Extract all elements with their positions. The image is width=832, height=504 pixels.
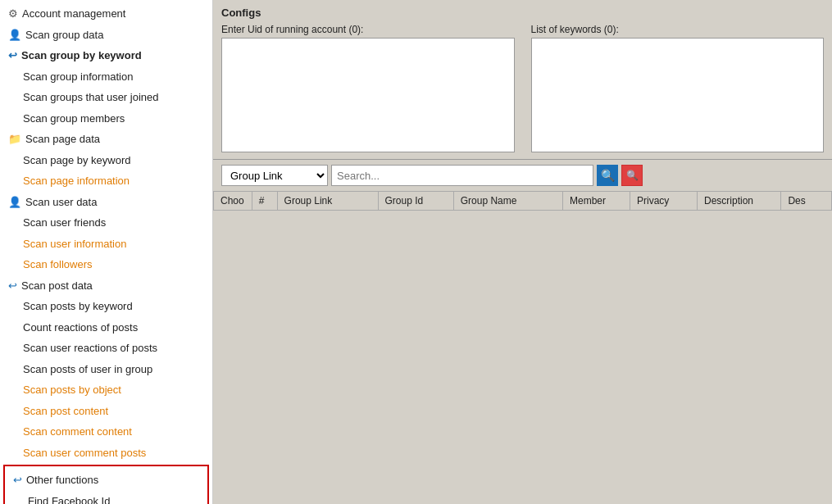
sidebar-item-scan-user-friends[interactable]: Scan user friends <box>0 212 212 234</box>
sidebar-item-scan-posts-by-object[interactable]: Scan posts by object <box>0 379 212 401</box>
sidebar-item-scan-user-reactions-of-posts[interactable]: Scan user reactions of posts <box>0 338 212 359</box>
table-header-row: Choo # Group Link Group Id Group Name Me… <box>214 192 832 211</box>
sidebar-item-scan-group-information[interactable]: Scan group information <box>0 66 212 88</box>
data-table: Choo # Group Link Group Id Group Name Me… <box>213 191 832 211</box>
col-header-des: Des <box>781 192 832 211</box>
keywords-field: List of keywords (0): <box>531 24 825 152</box>
sidebar-item-account-management[interactable]: ⚙ Account management <box>0 3 212 25</box>
sidebar-item-scan-post-content[interactable]: Scan post content <box>0 401 212 422</box>
sidebar-item-scan-posts-of-user-in-group[interactable]: Scan posts of user in group <box>0 359 212 380</box>
arrow-icon-1: ↩ <box>8 48 17 64</box>
sidebar-item-scan-page-data[interactable]: 📁 Scan page data <box>0 129 212 150</box>
sidebar-item-scan-user-data[interactable]: 👤 Scan user data <box>0 192 212 213</box>
user-icon-1: 👤 <box>8 27 21 43</box>
sidebar-item-scan-user-comment-posts[interactable]: Scan user comment posts <box>0 443 212 464</box>
sidebar: ⚙ Account management 👤 Scan group data ↩… <box>0 0 213 504</box>
sidebar-item-scan-followers[interactable]: Scan followers <box>0 254 212 275</box>
col-header-group-id: Group Id <box>378 192 453 211</box>
keywords-textarea[interactable] <box>531 38 825 152</box>
sidebar-item-scan-comment-content[interactable]: Scan comment content <box>0 421 212 443</box>
keywords-label: List of keywords (0): <box>531 24 825 35</box>
sidebar-item-scan-page-by-keyword[interactable]: Scan page by keyword <box>0 150 212 171</box>
col-header-choo: Choo <box>214 192 252 211</box>
clear-icon: 🔍 <box>626 170 639 181</box>
clear-button[interactable]: 🔍 <box>621 165 643 186</box>
sidebar-item-scan-group-by-keyword[interactable]: ↩ Scan group by keyword <box>0 45 212 66</box>
sidebar-item-scan-posts-by-keyword[interactable]: Scan posts by keyword <box>0 296 212 317</box>
sidebar-item-other-functions[interactable]: ↩ Other functions <box>5 470 207 491</box>
configs-title: Configs <box>221 7 824 19</box>
uid-textarea[interactable] <box>221 38 515 152</box>
user-icon-2: 👤 <box>8 194 21 211</box>
uid-label: Enter Uid of running account (0): <box>221 24 515 35</box>
main-content: Configs Enter Uid of running account (0)… <box>213 0 832 504</box>
col-header-group-link: Group Link <box>277 192 378 211</box>
search-bar: Group Link Group Id Group Name 🔍 🔍 <box>213 160 832 191</box>
sidebar-item-find-facebook-id[interactable]: Find Facebook Id <box>5 491 207 505</box>
sidebar-item-count-reactions-of-posts[interactable]: Count reactions of posts <box>0 317 212 338</box>
sidebar-item-scan-post-data[interactable]: ↩ Scan post data <box>0 275 212 297</box>
sidebar-item-scan-groups-that-user-joined[interactable]: Scan groups that user joined <box>0 87 212 108</box>
col-header-privacy: Privacy <box>630 192 697 211</box>
sidebar-item-scan-user-information[interactable]: Scan user information <box>0 234 212 255</box>
search-input[interactable] <box>331 165 593 186</box>
other-functions-group: ↩ Other functions Find Facebook Id ChatG… <box>3 465 209 504</box>
uid-field: Enter Uid of running account (0): <box>221 24 515 152</box>
search-button[interactable]: 🔍 <box>597 165 618 186</box>
table-container: Choo # Group Link Group Id Group Name Me… <box>213 191 832 504</box>
sidebar-item-scan-page-information[interactable]: Scan page information <box>0 170 212 192</box>
col-header-group-name: Group Name <box>453 192 562 211</box>
sidebar-item-scan-group-data[interactable]: 👤 Scan group data <box>0 25 212 46</box>
col-header-description: Description <box>697 192 780 211</box>
configs-panel: Configs Enter Uid of running account (0)… <box>213 0 832 160</box>
sidebar-item-scan-group-members[interactable]: Scan group members <box>0 108 212 129</box>
arrow-icon-2: ↩ <box>8 278 17 294</box>
arrow-icon-3: ↩ <box>13 472 22 488</box>
search-icon: 🔍 <box>601 169 615 182</box>
search-dropdown[interactable]: Group Link Group Id Group Name <box>221 165 328 186</box>
col-header-member: Member <box>563 192 630 211</box>
folder-icon: 📁 <box>8 131 21 148</box>
gear-icon: ⚙ <box>8 6 18 22</box>
col-header-num: # <box>252 192 277 211</box>
